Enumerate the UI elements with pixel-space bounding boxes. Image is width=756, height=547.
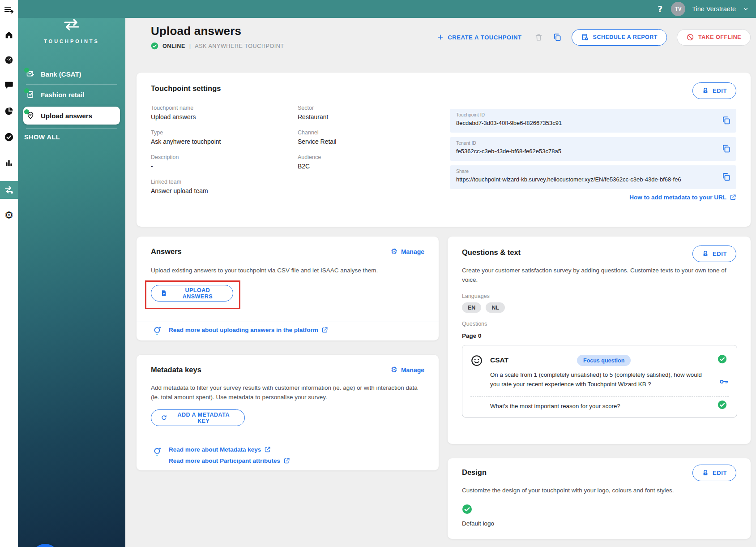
answers-card: Answers ⚙ Manage Upload existing answers… [137, 237, 439, 340]
avatar[interactable]: TV [671, 2, 685, 16]
metadata-url-link[interactable]: How to add metadata to your URL [629, 194, 736, 201]
design-description: Customize the design of your touchpoint … [462, 486, 735, 495]
bar-chart-icon[interactable] [0, 154, 18, 172]
questions-label: Questions [462, 321, 487, 327]
card-title: Touchpoint settings [151, 84, 221, 93]
online-badge-icon [151, 42, 158, 50]
external-link-icon [730, 194, 736, 201]
design-card: Design EDIT Customize the design of your… [448, 458, 751, 539]
copy-tenant-id-icon[interactable] [722, 144, 731, 153]
take-offline-button[interactable]: TAKE OFFLINE [677, 29, 751, 46]
upload-file-icon [160, 289, 167, 297]
status-label: ONLINE [162, 43, 185, 49]
language-chips: EN NL [462, 302, 505, 313]
question-complete-icon [718, 354, 727, 364]
home-icon[interactable] [0, 26, 18, 44]
field-linked-team: Linked team Answer upload team [151, 179, 208, 194]
questions-text-card: Questions & text EDIT Create your custom… [448, 237, 751, 444]
pin-check-icon [26, 111, 35, 120]
lightbulb-icon [152, 325, 162, 336]
touchpoints-icon[interactable] [0, 181, 18, 199]
card-title: Metadata keys [151, 366, 201, 374]
touchpoint-type-label: ASK ANYWHERE TOUCHPOINT [195, 43, 284, 49]
page-title: Upload answers [151, 24, 241, 38]
edit-settings-button[interactable]: EDIT [692, 82, 736, 99]
topbar: ? TV Tine Verstraete [18, 0, 756, 18]
key-icon[interactable] [719, 377, 729, 387]
menu-expand-icon[interactable] [0, 1, 18, 19]
question-complete-icon [718, 400, 727, 409]
question-block: CSAT Focus question On a scale from 1 (c… [462, 345, 737, 418]
field-touchpoint-name: Touchpoint name Upload answers [151, 105, 196, 121]
add-metadata-key-button[interactable]: ADD A METADATA KEY [151, 409, 245, 426]
read-more-uploading-link[interactable]: Read more about uploading answers in the… [169, 327, 328, 333]
touchpoint-settings-card: Touchpoint settings EDIT Touchpoint name… [137, 73, 751, 227]
main-content: Upload answers ONLINE | ASK ANYWHERE TOU… [125, 18, 756, 547]
language-chip-nl: NL [486, 302, 505, 313]
sidebar-item-upload-answers[interactable]: Upload answers [23, 107, 120, 125]
default-logo-label: Default logo [462, 520, 494, 527]
show-all-link[interactable]: SHOW ALL [24, 134, 60, 141]
chevron-down-icon[interactable] [743, 6, 749, 12]
edit-questions-button[interactable]: EDIT [692, 246, 736, 262]
help-icon[interactable]: ? [656, 4, 664, 14]
app-icon-strip: ⚙ [0, 0, 18, 547]
external-link-icon [264, 446, 271, 453]
page-label: Page 0 [462, 332, 482, 339]
status-row: ONLINE | ASK ANYWHERE TOUCHPOINT [151, 42, 284, 50]
pie-chart-icon[interactable] [0, 102, 18, 120]
logo-complete-icon [462, 504, 472, 514]
loop-arrow-icon [160, 414, 167, 422]
field-type: Type Ask anyhwere touchpoint [151, 129, 221, 145]
gear-icon: ⚙ [391, 248, 397, 255]
sidebar-item-label: Upload answers [41, 112, 92, 120]
questions-description: Create your customer satisfaction survey… [462, 266, 735, 285]
sidebar-item-fashion-retail[interactable]: Fashion retail [23, 86, 120, 103]
copy-share-url-icon[interactable] [722, 172, 731, 181]
gear-icon: ⚙ [391, 366, 397, 374]
share-url-box: Share https://touchpoint-wizard-kb.surve… [450, 165, 736, 189]
delete-touchpoint-icon[interactable] [534, 33, 543, 42]
sidebar-item-bank-csat[interactable]: Bank (CSAT) [23, 65, 120, 82]
question-type-label: CSAT [490, 356, 508, 364]
copy-touchpoint-id-icon[interactable] [722, 116, 731, 125]
lightbulb-icon [152, 446, 162, 457]
question-1-text: On a scale from 1 (completely unsatisfie… [490, 370, 704, 389]
metadata-keys-card: Metadata keys ⚙ Manage Add metadata to f… [137, 355, 439, 470]
search-fab[interactable] [31, 544, 59, 547]
card-title: Questions & text [462, 248, 521, 257]
upload-answers-button[interactable]: UPLOAD ANSWERS [151, 285, 233, 301]
touchpoint-id-box: Touchpoint ID 8ecdabd7-3d03-40ff-9be6-f8… [450, 109, 736, 133]
question-2-text: What's the most important reason for you… [490, 403, 687, 409]
language-chip-en: EN [462, 302, 481, 313]
sidebar: TOUCHPOINTS Bank (CSAT) Fashion retail U… [18, 18, 125, 547]
user-menu[interactable]: Tine Verstraete [692, 5, 736, 13]
answers-description: Upload existing answers to your touchpoi… [151, 266, 419, 276]
read-more-participant-link[interactable]: Read more about Participant attributes [169, 457, 290, 464]
metadata-description: Add metadata to filter your survey resul… [151, 383, 419, 402]
manage-metadata-button[interactable]: ⚙ Manage [391, 366, 424, 374]
sidebar-item-label: Bank (CSAT) [41, 70, 81, 78]
read-more-metadata-link[interactable]: Read more about Metadata keys [169, 446, 271, 453]
external-link-icon [321, 327, 328, 333]
duplicate-touchpoint-icon[interactable] [553, 33, 562, 42]
edit-design-button[interactable]: EDIT [692, 465, 736, 481]
schedule-report-button[interactable]: SCHEDULE A REPORT [572, 29, 667, 46]
header-actions: CREATE A TOUCHPOINT SCHEDULE A REPORT TA… [434, 29, 751, 46]
create-touchpoint-button[interactable]: CREATE A TOUCHPOINT [434, 33, 524, 41]
card-title: Design [462, 468, 487, 477]
field-sector: Sector Restaurant [298, 105, 328, 121]
field-audience: Audience B2C [298, 154, 321, 170]
external-link-icon [283, 457, 290, 464]
dashboard-icon[interactable] [0, 51, 18, 69]
settings-gear-icon[interactable]: ⚙ [0, 206, 18, 224]
envelope-check-icon [26, 69, 35, 78]
conversations-icon[interactable] [0, 76, 18, 94]
smiley-icon [470, 354, 483, 367]
focus-question-badge: Focus question [577, 355, 631, 366]
check-circle-icon[interactable] [0, 128, 18, 146]
brand-logo-icon [62, 18, 81, 31]
tenant-id-box: Tenant ID fe5362cc-c3eb-43de-bf68-fe62e5… [450, 137, 736, 161]
clipboard-check-icon [26, 90, 35, 99]
manage-answers-button[interactable]: ⚙ Manage [391, 248, 424, 255]
